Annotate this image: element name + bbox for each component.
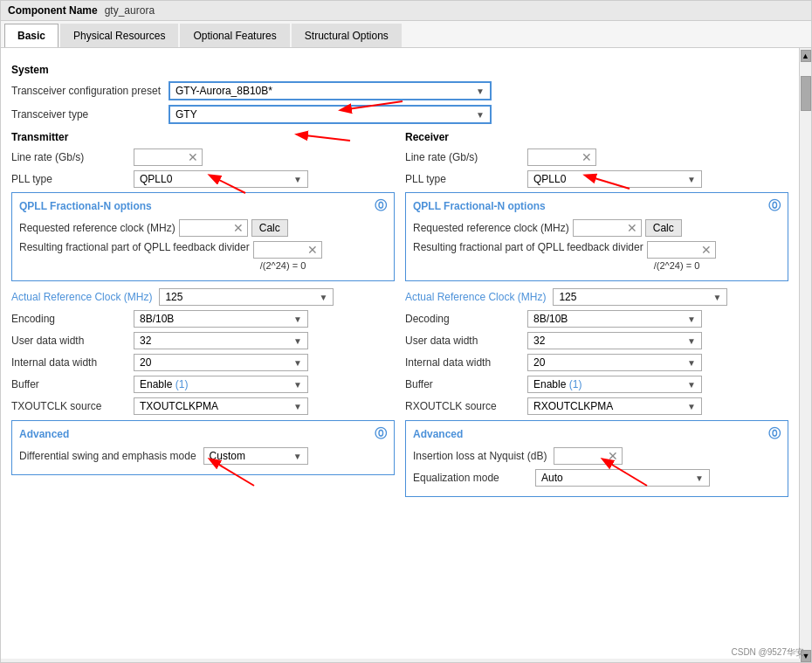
rx-internal-data-width-select[interactable]: 20 ▼ xyxy=(527,354,702,371)
rx-equalization-label: Equalization mode xyxy=(413,472,535,484)
scrollbar-thumb[interactable] xyxy=(801,76,811,111)
tab-optional-features[interactable]: Optional Features xyxy=(180,24,289,47)
tx-pll-select[interactable]: QPLL0 ▼ xyxy=(134,170,308,188)
rx-rxoutclk-select[interactable]: RXOUTCLKPMA ▼ xyxy=(527,397,702,415)
transceiver-preset-chevron: ▼ xyxy=(476,86,485,96)
rx-rxoutclk-row: RXOUTCLK source RXOUTCLKPMA ▼ xyxy=(405,397,788,415)
rx-refclock-clear[interactable]: ✕ xyxy=(627,222,637,234)
receiver-title: Receiver xyxy=(405,131,788,143)
tx-qpll-section: QPLL Fractional-N options ⓪ Requested re… xyxy=(11,192,395,281)
tx-advanced-icon[interactable]: ⓪ xyxy=(375,426,387,442)
tx-fractional-label: Resulting fractional part of QPLL feedba… xyxy=(19,241,250,253)
transceiver-preset-row: Transceiver configuration preset GTY-Aur… xyxy=(11,81,788,100)
transceiver-type-select[interactable]: GTY ▼ xyxy=(169,105,492,124)
tx-buffer-label: Buffer xyxy=(11,378,134,390)
main-content: System Transceiver configuration preset … xyxy=(1,48,811,659)
tx-qpll-title: QPLL Fractional-N options ⓪ xyxy=(19,198,387,214)
scrollbar-up-arrow[interactable]: ▲ xyxy=(801,50,811,62)
rx-internal-data-width-label: Internal data width xyxy=(405,356,527,369)
tab-basic[interactable]: Basic xyxy=(4,24,58,47)
transceiver-preset-select[interactable]: GTY-Aurora_8B10B* ▼ xyxy=(169,81,492,100)
rx-fractional-row: Resulting fractional part of QPLL feedba… xyxy=(413,241,781,271)
tx-actual-refclock-chevron: ▼ xyxy=(319,293,327,302)
tx-diff-swing-chevron: ▼ xyxy=(293,452,302,461)
rx-advanced-icon[interactable]: ⓪ xyxy=(768,426,781,442)
tx-pll-chevron: ▼ xyxy=(293,175,302,184)
receiver-column: Receiver Line rate (Gb/s) 5 ✕ PLL type xyxy=(405,131,788,497)
tx-refclock-row: Requested reference clock (MHz) 156.25 ✕… xyxy=(19,219,387,237)
tx-txoutclk-select[interactable]: TXOUTCLKPMA ▼ xyxy=(134,397,308,415)
rx-pll-chevron: ▼ xyxy=(687,175,696,184)
tx-internal-data-width-label: Internal data width xyxy=(11,356,134,369)
rx-decoding-select[interactable]: 8B/10B ▼ xyxy=(527,310,702,328)
tx-fractional-input[interactable]: 0 xyxy=(258,244,306,256)
rx-rxoutclk-chevron: ▼ xyxy=(687,402,696,411)
tab-physical-resources[interactable]: Physical Resources xyxy=(60,24,178,47)
tx-linerate-label: Line rate (Gb/s) xyxy=(11,151,134,163)
tx-buffer-select[interactable]: Enable (1) ▼ xyxy=(134,376,308,393)
rx-actual-refclock-label: Actual Reference Clock (MHz) xyxy=(405,291,553,303)
rx-pll-select[interactable]: QPLL0 ▼ xyxy=(527,170,702,188)
tx-internal-data-width-chevron: ▼ xyxy=(293,358,302,368)
rx-linerate-label: Line rate (Gb/s) xyxy=(405,151,527,163)
tx-advanced-section: Advanced ⓪ Differential swing and emphas… xyxy=(11,420,395,475)
transmitter-receiver-columns: Transmitter Line rate (Gb/s) 5 ✕ PLL typ… xyxy=(11,131,788,497)
rx-actual-refclock-row: Actual Reference Clock (MHz) 125 ▼ xyxy=(405,288,788,306)
tx-fractional-clear[interactable]: ✕ xyxy=(307,244,318,256)
tx-linerate-input-wrapper: 5 ✕ xyxy=(134,148,203,166)
tx-qpll-icon[interactable]: ⓪ xyxy=(375,198,387,214)
transceiver-type-row: Transceiver type GTY ▼ xyxy=(11,105,788,124)
rx-actual-refclock-select[interactable]: 125 ▼ xyxy=(553,288,727,306)
rx-linerate-input-wrapper: 5 ✕ xyxy=(527,148,596,166)
tx-linerate-clear[interactable]: ✕ xyxy=(188,151,198,163)
rx-internal-data-width-row: Internal data width 20 ▼ xyxy=(405,354,788,371)
rx-buffer-row: Buffer Enable (1) ▼ xyxy=(405,376,788,393)
rx-decoding-label: Decoding xyxy=(405,313,527,325)
transceiver-type-label: Transceiver type xyxy=(11,108,169,121)
transmitter-column: Transmitter Line rate (Gb/s) 5 ✕ PLL typ… xyxy=(11,131,395,497)
rx-pll-label: PLL type xyxy=(405,173,527,185)
tx-txoutclk-label: TXOUTCLK source xyxy=(11,400,134,412)
rx-fractional-input[interactable]: 0 xyxy=(651,244,699,256)
rx-fractional-label: Resulting fractional part of QPLL feedba… xyxy=(413,241,643,253)
rx-user-data-width-select[interactable]: 32 ▼ xyxy=(527,332,702,349)
rx-linerate-clear[interactable]: ✕ xyxy=(581,151,592,163)
tx-encoding-select[interactable]: 8B/10B ▼ xyxy=(134,310,308,328)
rx-equalization-select[interactable]: Auto ▼ xyxy=(535,469,710,487)
rx-qpll-icon[interactable]: ⓪ xyxy=(768,198,781,214)
rx-user-data-width-label: User data width xyxy=(405,335,527,347)
tx-calc-button[interactable]: Calc xyxy=(251,219,288,237)
tx-linerate-row: Line rate (Gb/s) 5 ✕ xyxy=(11,148,395,166)
rx-calc-button[interactable]: Calc xyxy=(645,219,682,237)
tx-actual-refclock-select[interactable]: 125 ▼ xyxy=(159,288,334,306)
tx-diff-swing-select[interactable]: Custom ▼ xyxy=(203,447,308,465)
component-name-value: gty_aurora xyxy=(105,4,155,17)
scrollbar-track[interactable]: ▲ ▼ xyxy=(799,48,811,659)
rx-refclock-input[interactable]: 156.25 xyxy=(577,222,625,234)
tx-user-data-width-row: User data width 32 ▼ xyxy=(11,332,395,349)
tx-user-data-width-select[interactable]: 32 ▼ xyxy=(134,332,308,349)
rx-insertion-loss-input[interactable]: 14 xyxy=(558,450,606,462)
tx-refclock-input[interactable]: 156.25 xyxy=(183,222,231,234)
tx-pll-label: PLL type xyxy=(11,173,134,185)
tab-structural-options[interactable]: Structural Options xyxy=(292,24,402,47)
rx-buffer-select[interactable]: Enable (1) ▼ xyxy=(527,376,702,393)
rx-pll-row: PLL type QPLL0 ▼ xyxy=(405,170,788,188)
tx-diff-swing-label: Differential swing and emphasis mode xyxy=(19,450,203,462)
rx-actual-refclock-chevron: ▼ xyxy=(712,293,721,302)
rx-refclock-row: Requested reference clock (MHz) 156.25 ✕… xyxy=(413,219,781,237)
transceiver-preset-label: Transceiver configuration preset xyxy=(11,85,169,97)
rx-linerate-input[interactable]: 5 xyxy=(532,151,580,163)
tx-internal-data-width-select[interactable]: 20 ▼ xyxy=(134,354,308,371)
tx-encoding-chevron: ▼ xyxy=(293,314,302,324)
component-name-label: Component Name xyxy=(8,4,98,17)
rx-rxoutclk-label: RXOUTCLK source xyxy=(405,400,527,412)
rx-insertion-loss-clear[interactable]: ✕ xyxy=(608,450,618,462)
rx-buffer-label: Buffer xyxy=(405,378,527,390)
rx-fractional-clear[interactable]: ✕ xyxy=(701,244,712,256)
tx-linerate-input[interactable]: 5 xyxy=(138,151,186,163)
tx-refclock-clear[interactable]: ✕ xyxy=(233,222,244,234)
system-title: System xyxy=(11,64,788,76)
tx-actual-refclock-label: Actual Reference Clock (MHz) xyxy=(11,291,159,303)
rx-linerate-row: Line rate (Gb/s) 5 ✕ xyxy=(405,148,788,166)
